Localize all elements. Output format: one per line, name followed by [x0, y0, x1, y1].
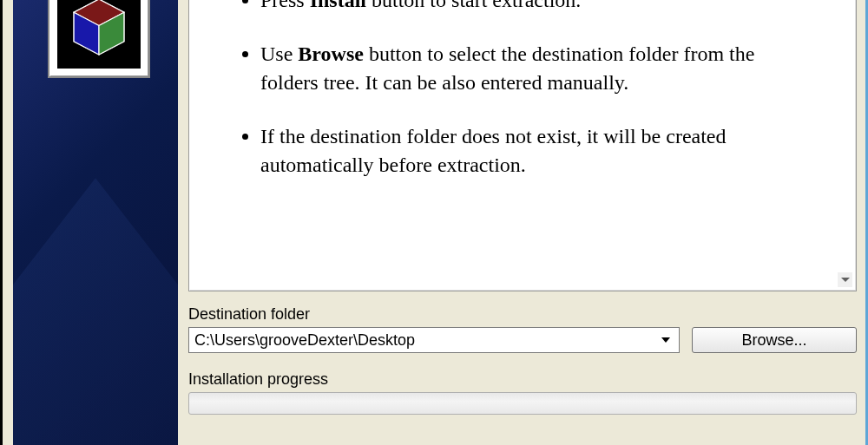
box-icon [57, 0, 141, 69]
scroll-down-icon[interactable] [838, 272, 852, 287]
browse-button[interactable]: Browse... [692, 327, 857, 353]
info-panel: Press Install button to start extraction… [188, 0, 857, 291]
instruction-item: Press Install button to start extraction… [260, 0, 830, 16]
destination-value: C:\Users\grooveDexter\Desktop [194, 331, 658, 350]
sidebar [13, 0, 178, 445]
text-bold: Browse [298, 43, 364, 65]
content-area: Press Install button to start extraction… [178, 0, 857, 445]
chevron-down-icon[interactable] [658, 328, 674, 352]
progress-label: Installation progress [188, 370, 857, 389]
text: button to start extraction. [366, 0, 581, 11]
instruction-item: Use Browse button to select the destinat… [260, 40, 830, 98]
text: If the destination folder does not exist… [260, 125, 727, 177]
text: Use [260, 43, 298, 65]
destination-combobox[interactable]: C:\Users\grooveDexter\Desktop [188, 327, 680, 353]
text: Press [260, 0, 310, 11]
destination-label: Destination folder [188, 305, 857, 324]
sidebar-icon-frame [48, 0, 150, 78]
installer-window: Press Install button to start extraction… [0, 0, 868, 445]
instruction-item: If the destination folder does not exist… [260, 122, 830, 180]
progress-bar [188, 392, 857, 415]
text-bold: Install [310, 0, 366, 11]
